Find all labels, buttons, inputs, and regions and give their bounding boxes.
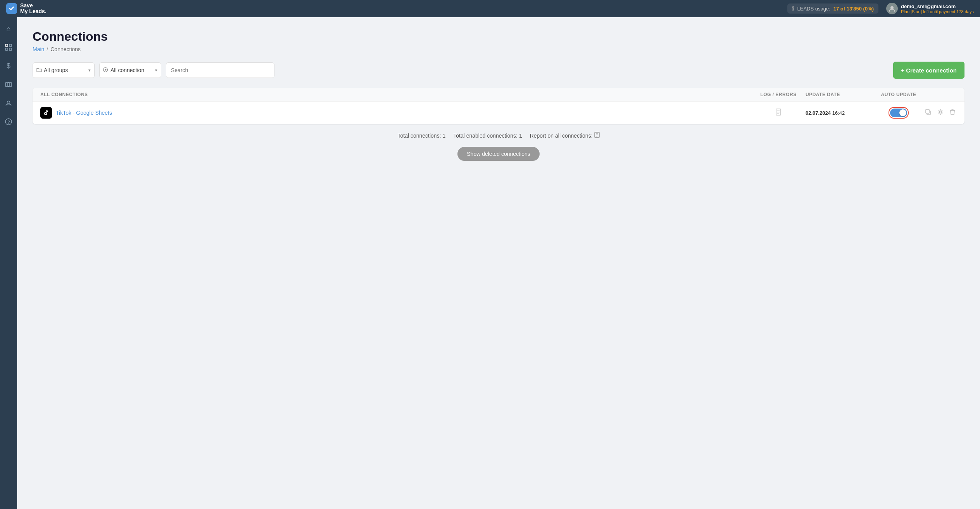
- auto-update-toggle-wrapper: [889, 107, 909, 119]
- update-date-cell: 02.07.2024 16:42: [806, 109, 875, 116]
- report-icon[interactable]: [594, 132, 600, 139]
- breadcrumb: Main / Connections: [33, 46, 964, 52]
- svg-point-19: [940, 111, 942, 113]
- sidebar-connections-icon[interactable]: [0, 39, 17, 56]
- toggle-knob: [899, 109, 906, 116]
- update-date-value: 02.07.2024 16:42: [806, 110, 845, 116]
- svg-rect-2: [5, 44, 8, 47]
- connections-table: ALL CONNECTIONS LOG / ERRORS UPDATE DATE…: [33, 88, 964, 124]
- user-info: demo_sml@gmail.com Plan |Start| left unt…: [901, 3, 974, 14]
- show-deleted-button[interactable]: Show deleted connections: [457, 147, 539, 161]
- sidebar-profile-icon[interactable]: [0, 95, 17, 112]
- page-title: Connections: [33, 29, 964, 44]
- leads-usage: ℹ LEADS usage: 17 of 13'850 (0%): [787, 3, 879, 14]
- leads-count: 17 of 13'850 (0%): [833, 6, 874, 12]
- auto-update-toggle[interactable]: [890, 109, 907, 117]
- groups-select[interactable]: All groups: [33, 62, 95, 78]
- report-stat: Report on all connections:: [530, 132, 600, 139]
- create-connection-button[interactable]: + Create connection: [893, 62, 964, 79]
- log-cell[interactable]: [751, 109, 806, 117]
- sidebar-billing-icon[interactable]: $: [0, 57, 17, 74]
- logo: Save My Leads.: [6, 3, 784, 15]
- topbar: Save My Leads. ℹ LEADS usage: 17 of 13'8…: [0, 0, 980, 17]
- main-content: Connections Main / Connections All group…: [17, 17, 980, 509]
- breadcrumb-separator: /: [47, 46, 48, 52]
- connection-filter-select[interactable]: All connection: [99, 62, 161, 78]
- sidebar-help-icon[interactable]: ?: [0, 113, 17, 130]
- th-update-date: UPDATE DATE: [806, 92, 875, 97]
- svg-rect-4: [5, 48, 8, 50]
- leads-label: LEADS usage:: [797, 6, 830, 12]
- info-icon: ℹ: [792, 5, 794, 12]
- svg-point-1: [890, 6, 894, 9]
- connection-name-cell: TikTok - Google Sheets: [40, 107, 751, 119]
- th-log-errors: LOG / ERRORS: [751, 92, 806, 97]
- settings-button[interactable]: [936, 107, 945, 118]
- actions-cell: [922, 107, 957, 118]
- user-area[interactable]: demo_sml@gmail.com Plan |Start| left unt…: [886, 3, 974, 14]
- toolbar: All groups ▾ All connection ▾: [33, 62, 964, 79]
- log-file-icon[interactable]: [775, 109, 782, 117]
- copy-button[interactable]: [923, 107, 933, 118]
- search-wrapper[interactable]: [166, 62, 274, 78]
- total-connections-stat: Total connections: 1: [397, 133, 445, 139]
- logo-text: Save My Leads.: [20, 3, 47, 15]
- search-input[interactable]: [166, 62, 274, 78]
- svg-text:?: ?: [8, 120, 10, 124]
- connection-filter-wrapper[interactable]: All connection ▾: [99, 62, 161, 78]
- svg-point-8: [7, 101, 10, 104]
- sidebar-home-icon[interactable]: ⌂: [0, 20, 17, 37]
- groups-dropdown-wrapper[interactable]: All groups ▾: [33, 62, 95, 78]
- th-actions: [922, 92, 957, 97]
- user-email: demo_sml@gmail.com: [901, 3, 974, 9]
- th-auto-update: AUTO UPDATE: [875, 92, 922, 97]
- left-sidebar: ⌂ $ ?: [0, 17, 17, 509]
- total-enabled-stat: Total enabled connections: 1: [453, 133, 522, 139]
- table-row: TikTok - Google Sheets 02.07.2024 16:42: [33, 102, 964, 124]
- user-plan: Plan |Start| left until payment 178 days: [901, 9, 974, 14]
- table-header: ALL CONNECTIONS LOG / ERRORS UPDATE DATE…: [33, 88, 964, 102]
- breadcrumb-main[interactable]: Main: [33, 46, 44, 52]
- tiktok-icon: [40, 107, 52, 119]
- th-all-connections: ALL CONNECTIONS: [40, 92, 751, 97]
- logo-icon: [6, 3, 17, 14]
- svg-rect-7: [8, 83, 12, 86]
- svg-rect-3: [9, 44, 12, 47]
- sidebar-integrations-icon[interactable]: [0, 76, 17, 93]
- svg-rect-5: [9, 48, 12, 50]
- stats-row: Total connections: 1 Total enabled conne…: [33, 132, 964, 139]
- avatar: [886, 3, 898, 14]
- delete-button[interactable]: [948, 107, 957, 118]
- breadcrumb-current: Connections: [50, 46, 81, 52]
- connection-link[interactable]: TikTok - Google Sheets: [56, 110, 112, 116]
- svg-rect-18: [926, 109, 929, 113]
- svg-rect-6: [5, 83, 9, 86]
- toggle-cell[interactable]: [875, 107, 922, 119]
